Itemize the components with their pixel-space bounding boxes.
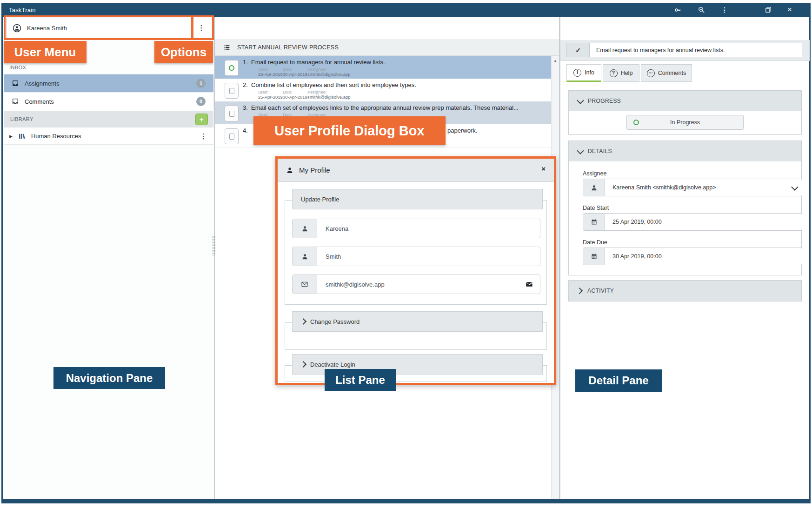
detail-pane-label: Detail Pane: [575, 369, 662, 392]
task-title: Email each set of employees links to the…: [251, 104, 519, 111]
scroll-up-icon[interactable]: ▲: [552, 56, 559, 63]
sidebar-item-comments[interactable]: Comments 0: [4, 93, 213, 110]
sidebar-item-label: Assignments: [25, 80, 59, 87]
detail-pane: ✓ Email request to managers for annual r…: [560, 17, 809, 499]
last-name-input[interactable]: Smith: [292, 247, 540, 266]
first-name-input[interactable]: Kareena: [292, 219, 540, 238]
list-icon: [223, 44, 231, 51]
task-checkbox[interactable]: [225, 83, 239, 99]
task-row[interactable]: 1.Email request to managers for annual r…: [215, 56, 551, 79]
dialog-title: My Profile: [299, 166, 330, 174]
details-section-header[interactable]: DETAILS: [569, 141, 801, 161]
in-progress-circle-icon: [633, 120, 639, 125]
add-library-button[interactable]: +: [195, 114, 208, 125]
app-window: TaskTrain ⋮ — × « › DigiSolve Glob: [1, 3, 811, 503]
date-start-label: Date Start: [583, 205, 609, 211]
comments-tray-icon: [12, 98, 19, 105]
comments-icon: ⋯: [647, 69, 655, 77]
sidebar-item-label: Human Resources: [31, 133, 81, 140]
checkbox-icon: [229, 134, 234, 140]
task-status-button[interactable]: [225, 60, 239, 76]
date-start-field[interactable]: 25 Apr 2019, 00:00: [583, 213, 802, 231]
envelope-icon: [293, 275, 317, 294]
annotation-divider: [191, 17, 193, 38]
info-icon: i: [573, 69, 581, 77]
kebab-icon[interactable]: ⋮: [200, 132, 207, 141]
chevron-down-icon: [577, 97, 584, 104]
date-due-label: Date Due: [583, 239, 607, 246]
dialog-header: My Profile ×: [278, 159, 554, 182]
dialog-box-callout: User Profile Dialog Box: [253, 116, 446, 145]
chevron-down-icon: [577, 147, 584, 154]
progress-section-header[interactable]: PROGRESS: [569, 91, 801, 111]
nav-list-divider[interactable]: [214, 17, 215, 499]
minimize-icon[interactable]: —: [744, 3, 749, 17]
procedure-header: START ANNUAL REVIEW PROCESS: [215, 39, 559, 56]
splitter-handle[interactable]: [212, 235, 216, 256]
search-icon[interactable]: [698, 6, 706, 14]
email-input[interactable]: smithk@digisolve.app: [292, 275, 540, 294]
person-icon: [583, 179, 605, 196]
activity-section: ACTIVITY: [568, 280, 802, 301]
activity-section-header[interactable]: ACTIVITY: [569, 281, 801, 301]
task-checkbox[interactable]: [225, 128, 239, 144]
app-title: TaskTrain: [1, 7, 36, 13]
options-callout: Options: [154, 41, 213, 63]
maximize-icon[interactable]: [765, 7, 772, 13]
navigation-pane: Kareena Smith ⋮ INBOX Assignments 1 Comm…: [3, 17, 215, 499]
chevron-right-icon: [300, 361, 306, 368]
progress-body: In Progress: [569, 111, 801, 134]
close-icon[interactable]: ×: [787, 3, 792, 17]
title-bar: TaskTrain ⋮ — ×: [1, 3, 811, 17]
sidebar-item-human-resources[interactable]: ▶ Human Resources ⋮: [4, 128, 213, 145]
calendar-icon: [583, 214, 605, 230]
task-title: Email request to managers for annual rev…: [251, 59, 385, 66]
tab-help[interactable]: ? Help: [603, 64, 639, 82]
user-menu-callout: User Menu: [4, 41, 87, 63]
expand-triangle-icon[interactable]: ▶: [9, 134, 13, 139]
close-icon[interactable]: ×: [541, 165, 546, 172]
person-icon: [293, 219, 317, 238]
status-button[interactable]: In Progress: [626, 115, 744, 130]
tab-comments[interactable]: ⋯ Comments: [641, 64, 692, 82]
update-profile-legend: Update Profile: [292, 189, 543, 209]
inbox-section-label: INBOX: [9, 65, 26, 70]
chevron-down-icon: [786, 179, 802, 196]
task-detail-title: Email request to managers for annual rev…: [590, 43, 802, 57]
sidebar-item-assignments[interactable]: Assignments 1: [4, 74, 213, 92]
chevron-right-icon: [300, 318, 306, 325]
task-checkbox[interactable]: [225, 106, 239, 121]
window-controls: ⋮ — ×: [674, 3, 792, 17]
library-section-label: LIBRARY: [10, 116, 33, 122]
key-icon[interactable]: [674, 6, 682, 14]
person-icon: [293, 247, 317, 266]
change-password-toggle[interactable]: Change Password: [292, 311, 543, 332]
in-progress-circle-icon: [229, 65, 234, 71]
library-icon: [18, 133, 26, 140]
screenshot-canvas: TaskTrain ⋮ — × « › DigiSolve Glob: [0, 0, 812, 509]
chevron-right-icon: [576, 288, 583, 294]
send-email-icon[interactable]: [519, 275, 540, 294]
task-title: Combine list of employees and then sort …: [251, 81, 416, 88]
date-due-field[interactable]: 30 Apr 2019, 00:00: [583, 248, 802, 265]
task-check-icon: ✓: [566, 43, 590, 57]
comments-count-badge: 0: [196, 97, 206, 106]
checkbox-icon: [229, 88, 234, 94]
my-profile-dialog: My Profile × Update Profile Kareena Smit…: [275, 156, 556, 385]
task-row[interactable]: 2.Combine list of employees and then sor…: [215, 79, 551, 102]
email-value: smithk@digisolve.app: [317, 275, 519, 294]
list-pane-label: List Pane: [325, 369, 396, 391]
assignee-select[interactable]: Kareena Smith <smithk@digisolve.app>: [583, 179, 802, 196]
tab-info[interactable]: i Info: [566, 64, 601, 82]
person-icon: [286, 167, 293, 174]
date-due-value: 30 Apr 2019, 00:00: [605, 248, 802, 265]
overflow-menu-icon[interactable]: ⋮: [721, 3, 728, 17]
sidebar-item-label: Comments: [25, 98, 54, 105]
assignee-value: Kareena Smith <smithk@digisolve.app>: [605, 179, 786, 196]
first-name-value: Kareena: [317, 219, 540, 238]
navigation-pane-label: Navigation Pane: [53, 367, 165, 389]
last-name-value: Smith: [317, 247, 540, 266]
assignee-label: Assignee: [583, 170, 606, 177]
checkbox-icon: [229, 111, 234, 117]
task-detail-header: ✓ Email request to managers for annual r…: [560, 40, 810, 61]
